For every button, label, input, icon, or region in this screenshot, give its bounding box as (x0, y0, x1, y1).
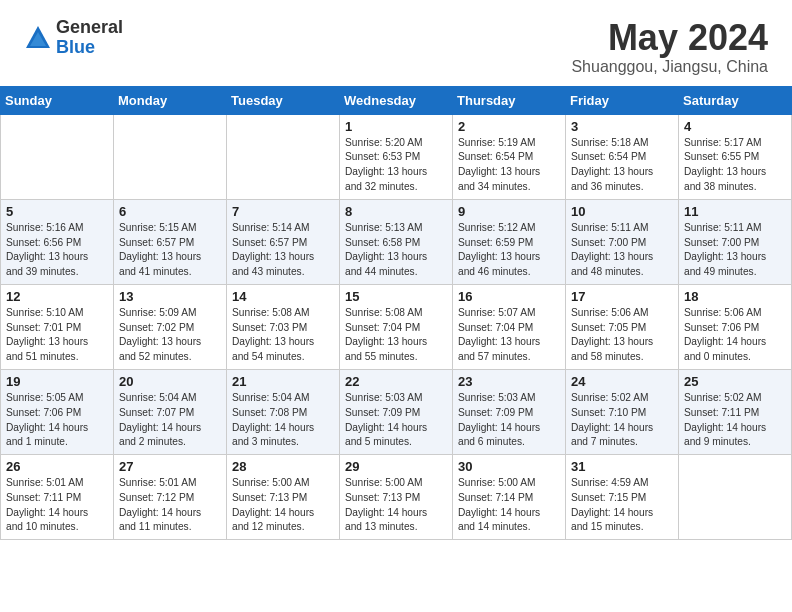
calendar-week-1: 1Sunrise: 5:20 AM Sunset: 6:53 PM Daylig… (1, 114, 792, 199)
day-info: Sunrise: 5:12 AM Sunset: 6:59 PM Dayligh… (458, 221, 560, 280)
day-info: Sunrise: 5:16 AM Sunset: 6:56 PM Dayligh… (6, 221, 108, 280)
calendar-week-4: 19Sunrise: 5:05 AM Sunset: 7:06 PM Dayli… (1, 369, 792, 454)
calendar-cell: 20Sunrise: 5:04 AM Sunset: 7:07 PM Dayli… (114, 369, 227, 454)
calendar-cell (1, 114, 114, 199)
day-info: Sunrise: 5:11 AM Sunset: 7:00 PM Dayligh… (684, 221, 786, 280)
calendar-cell: 22Sunrise: 5:03 AM Sunset: 7:09 PM Dayli… (340, 369, 453, 454)
calendar-cell (679, 455, 792, 540)
month-year-title: May 2024 (571, 18, 768, 58)
day-info: Sunrise: 5:07 AM Sunset: 7:04 PM Dayligh… (458, 306, 560, 365)
calendar-cell: 28Sunrise: 5:00 AM Sunset: 7:13 PM Dayli… (227, 455, 340, 540)
day-info: Sunrise: 5:04 AM Sunset: 7:07 PM Dayligh… (119, 391, 221, 450)
calendar-cell: 17Sunrise: 5:06 AM Sunset: 7:05 PM Dayli… (566, 284, 679, 369)
day-info: Sunrise: 5:05 AM Sunset: 7:06 PM Dayligh… (6, 391, 108, 450)
calendar-week-3: 12Sunrise: 5:10 AM Sunset: 7:01 PM Dayli… (1, 284, 792, 369)
calendar-cell: 25Sunrise: 5:02 AM Sunset: 7:11 PM Dayli… (679, 369, 792, 454)
day-info: Sunrise: 5:00 AM Sunset: 7:13 PM Dayligh… (232, 476, 334, 535)
day-number: 15 (345, 289, 447, 304)
day-number: 7 (232, 204, 334, 219)
day-number: 29 (345, 459, 447, 474)
day-info: Sunrise: 5:11 AM Sunset: 7:00 PM Dayligh… (571, 221, 673, 280)
calendar-cell: 6Sunrise: 5:15 AM Sunset: 6:57 PM Daylig… (114, 199, 227, 284)
day-number: 4 (684, 119, 786, 134)
calendar-cell (227, 114, 340, 199)
day-number: 6 (119, 204, 221, 219)
day-info: Sunrise: 5:08 AM Sunset: 7:03 PM Dayligh… (232, 306, 334, 365)
weekday-header-tuesday: Tuesday (227, 86, 340, 114)
day-number: 8 (345, 204, 447, 219)
day-info: Sunrise: 5:10 AM Sunset: 7:01 PM Dayligh… (6, 306, 108, 365)
calendar-cell: 7Sunrise: 5:14 AM Sunset: 6:57 PM Daylig… (227, 199, 340, 284)
weekday-header-thursday: Thursday (453, 86, 566, 114)
day-number: 5 (6, 204, 108, 219)
calendar-cell: 1Sunrise: 5:20 AM Sunset: 6:53 PM Daylig… (340, 114, 453, 199)
location-subtitle: Shuanggou, Jiangsu, China (571, 58, 768, 76)
day-info: Sunrise: 5:03 AM Sunset: 7:09 PM Dayligh… (345, 391, 447, 450)
page-header: General Blue May 2024 Shuanggou, Jiangsu… (0, 0, 792, 86)
day-info: Sunrise: 5:15 AM Sunset: 6:57 PM Dayligh… (119, 221, 221, 280)
day-number: 9 (458, 204, 560, 219)
day-number: 16 (458, 289, 560, 304)
day-number: 3 (571, 119, 673, 134)
day-info: Sunrise: 5:02 AM Sunset: 7:10 PM Dayligh… (571, 391, 673, 450)
day-number: 14 (232, 289, 334, 304)
calendar-week-2: 5Sunrise: 5:16 AM Sunset: 6:56 PM Daylig… (1, 199, 792, 284)
day-number: 20 (119, 374, 221, 389)
day-number: 26 (6, 459, 108, 474)
day-info: Sunrise: 5:19 AM Sunset: 6:54 PM Dayligh… (458, 136, 560, 195)
day-info: Sunrise: 5:01 AM Sunset: 7:11 PM Dayligh… (6, 476, 108, 535)
logo-blue: Blue (56, 38, 123, 58)
calendar-cell: 2Sunrise: 5:19 AM Sunset: 6:54 PM Daylig… (453, 114, 566, 199)
calendar-table: SundayMondayTuesdayWednesdayThursdayFrid… (0, 86, 792, 541)
calendar-cell: 5Sunrise: 5:16 AM Sunset: 6:56 PM Daylig… (1, 199, 114, 284)
logo: General Blue (24, 18, 123, 58)
logo-text: General Blue (56, 18, 123, 58)
weekday-header-wednesday: Wednesday (340, 86, 453, 114)
calendar-week-5: 26Sunrise: 5:01 AM Sunset: 7:11 PM Dayli… (1, 455, 792, 540)
day-number: 31 (571, 459, 673, 474)
calendar-cell: 4Sunrise: 5:17 AM Sunset: 6:55 PM Daylig… (679, 114, 792, 199)
day-number: 25 (684, 374, 786, 389)
day-number: 11 (684, 204, 786, 219)
calendar-cell: 23Sunrise: 5:03 AM Sunset: 7:09 PM Dayli… (453, 369, 566, 454)
weekday-header-monday: Monday (114, 86, 227, 114)
day-number: 1 (345, 119, 447, 134)
day-info: Sunrise: 5:00 AM Sunset: 7:14 PM Dayligh… (458, 476, 560, 535)
calendar-cell: 27Sunrise: 5:01 AM Sunset: 7:12 PM Dayli… (114, 455, 227, 540)
day-info: Sunrise: 5:02 AM Sunset: 7:11 PM Dayligh… (684, 391, 786, 450)
calendar-cell: 15Sunrise: 5:08 AM Sunset: 7:04 PM Dayli… (340, 284, 453, 369)
calendar-cell: 3Sunrise: 5:18 AM Sunset: 6:54 PM Daylig… (566, 114, 679, 199)
day-info: Sunrise: 5:04 AM Sunset: 7:08 PM Dayligh… (232, 391, 334, 450)
calendar-cell: 9Sunrise: 5:12 AM Sunset: 6:59 PM Daylig… (453, 199, 566, 284)
day-number: 19 (6, 374, 108, 389)
title-block: May 2024 Shuanggou, Jiangsu, China (571, 18, 768, 76)
calendar-cell: 16Sunrise: 5:07 AM Sunset: 7:04 PM Dayli… (453, 284, 566, 369)
day-number: 17 (571, 289, 673, 304)
calendar-cell: 13Sunrise: 5:09 AM Sunset: 7:02 PM Dayli… (114, 284, 227, 369)
day-number: 27 (119, 459, 221, 474)
day-number: 28 (232, 459, 334, 474)
calendar-cell: 30Sunrise: 5:00 AM Sunset: 7:14 PM Dayli… (453, 455, 566, 540)
calendar-cell: 14Sunrise: 5:08 AM Sunset: 7:03 PM Dayli… (227, 284, 340, 369)
weekday-header-row: SundayMondayTuesdayWednesdayThursdayFrid… (1, 86, 792, 114)
day-info: Sunrise: 5:00 AM Sunset: 7:13 PM Dayligh… (345, 476, 447, 535)
weekday-header-friday: Friday (566, 86, 679, 114)
calendar-cell: 26Sunrise: 5:01 AM Sunset: 7:11 PM Dayli… (1, 455, 114, 540)
day-number: 13 (119, 289, 221, 304)
day-info: Sunrise: 5:06 AM Sunset: 7:06 PM Dayligh… (684, 306, 786, 365)
day-number: 18 (684, 289, 786, 304)
calendar-cell: 21Sunrise: 5:04 AM Sunset: 7:08 PM Dayli… (227, 369, 340, 454)
calendar-cell (114, 114, 227, 199)
calendar-cell: 12Sunrise: 5:10 AM Sunset: 7:01 PM Dayli… (1, 284, 114, 369)
calendar-cell: 19Sunrise: 5:05 AM Sunset: 7:06 PM Dayli… (1, 369, 114, 454)
weekday-header-sunday: Sunday (1, 86, 114, 114)
day-info: Sunrise: 5:18 AM Sunset: 6:54 PM Dayligh… (571, 136, 673, 195)
calendar-header: SundayMondayTuesdayWednesdayThursdayFrid… (1, 86, 792, 114)
day-number: 2 (458, 119, 560, 134)
logo-icon (24, 24, 52, 52)
calendar-cell: 18Sunrise: 5:06 AM Sunset: 7:06 PM Dayli… (679, 284, 792, 369)
day-info: Sunrise: 5:17 AM Sunset: 6:55 PM Dayligh… (684, 136, 786, 195)
calendar-body: 1Sunrise: 5:20 AM Sunset: 6:53 PM Daylig… (1, 114, 792, 540)
day-number: 24 (571, 374, 673, 389)
day-number: 21 (232, 374, 334, 389)
